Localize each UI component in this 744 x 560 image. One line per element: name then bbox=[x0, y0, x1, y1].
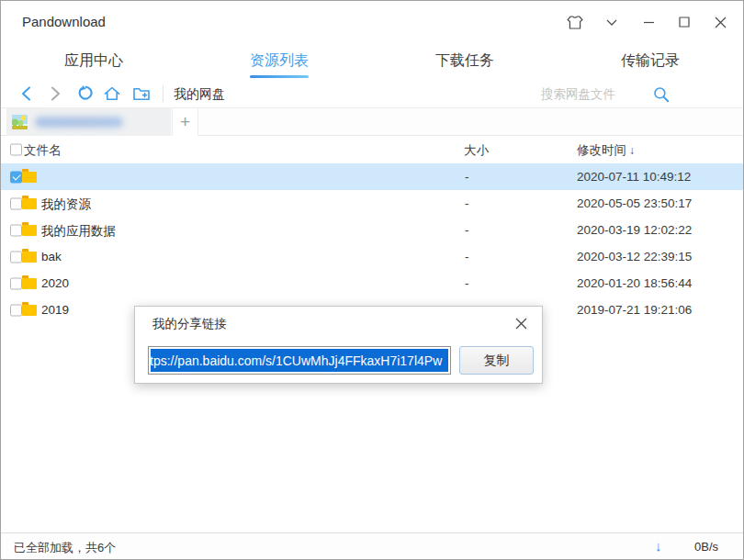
search-button[interactable] bbox=[649, 83, 673, 106]
table-row[interactable]: 我的应用数据 - 2020-03-19 12:02:22 bbox=[1, 217, 743, 243]
row-checkbox[interactable] bbox=[10, 251, 22, 263]
download-speed-icon: ↓ bbox=[655, 538, 662, 554]
redacted-file-name bbox=[35, 117, 123, 128]
file-thumbnail-icon bbox=[12, 115, 28, 129]
file-size: - bbox=[465, 223, 469, 237]
dialog-title: 我的分享链接 bbox=[152, 316, 227, 332]
row-checkbox[interactable] bbox=[10, 171, 22, 183]
minimize-button[interactable] bbox=[635, 9, 662, 35]
back-button[interactable] bbox=[14, 82, 38, 106]
forward-icon bbox=[51, 86, 61, 101]
header-file-name[interactable]: 文件名 bbox=[24, 142, 62, 159]
toolbar-divider bbox=[163, 85, 163, 102]
titlebar: Pandownload bbox=[1, 1, 743, 42]
file-name[interactable]: 2019 bbox=[41, 303, 69, 317]
search-input[interactable] bbox=[541, 83, 648, 105]
table-header: 文件名 大小 修改时间↓ bbox=[1, 136, 743, 163]
minimize-icon bbox=[643, 21, 655, 24]
file-name[interactable]: 2020 bbox=[41, 276, 69, 290]
refresh-button[interactable] bbox=[73, 82, 96, 106]
table-row[interactable]: - 2020-07-11 10:49:12 bbox=[1, 163, 743, 190]
select-all-checkbox[interactable] bbox=[10, 144, 22, 156]
main-tabs: 应用中心 资源列表 下载任务 传输记录 bbox=[1, 42, 743, 79]
home-button[interactable] bbox=[100, 82, 124, 106]
file-modified: 2020-03-19 12:02:22 bbox=[577, 223, 692, 237]
download-speed: 0B/s bbox=[694, 540, 718, 554]
table-row[interactable]: bak - 2020-03-12 22:39:15 bbox=[1, 243, 743, 270]
row-checkbox[interactable] bbox=[10, 304, 22, 316]
folder-icon bbox=[22, 305, 37, 316]
tab-download-tasks[interactable]: 下载任务 bbox=[372, 42, 558, 79]
share-link-input[interactable] bbox=[148, 346, 451, 375]
folder-icon bbox=[22, 278, 37, 289]
chevron-down-icon bbox=[606, 19, 617, 26]
file-size: - bbox=[465, 170, 469, 184]
folder-icon bbox=[22, 172, 37, 183]
forward-button[interactable] bbox=[43, 82, 67, 106]
share-link-dialog: 我的分享链接 复制 bbox=[134, 306, 543, 384]
window-menu-button[interactable] bbox=[598, 9, 626, 35]
add-tab-button[interactable]: + bbox=[172, 108, 198, 136]
file-tab-strip: + bbox=[1, 108, 743, 136]
folder-icon bbox=[22, 198, 37, 209]
file-size: - bbox=[465, 196, 469, 210]
file-modified: 2020-01-20 18:56:44 bbox=[577, 276, 692, 290]
app-window: Pandownload 应用中心 资源列表 下载任务 传输记录 bbox=[0, 0, 744, 560]
close-icon bbox=[715, 17, 727, 28]
file-modified: 2019-07-21 19:21:06 bbox=[577, 303, 692, 317]
row-checkbox[interactable] bbox=[10, 277, 22, 289]
close-button[interactable] bbox=[706, 9, 734, 35]
new-folder-icon bbox=[133, 87, 150, 101]
breadcrumb: 我的网盘 bbox=[174, 86, 225, 103]
status-message: 已全部加载，共6个 bbox=[14, 540, 116, 556]
row-checkbox[interactable] bbox=[10, 197, 22, 209]
file-modified: 2020-03-12 22:39:15 bbox=[577, 250, 692, 263]
tshirt-icon bbox=[567, 16, 583, 29]
file-name[interactable]: bak bbox=[41, 250, 62, 263]
back-icon bbox=[21, 86, 31, 101]
row-checkbox[interactable] bbox=[10, 224, 22, 236]
maximize-icon bbox=[679, 17, 690, 28]
tab-app-center[interactable]: 应用中心 bbox=[1, 42, 186, 79]
refresh-icon bbox=[76, 85, 93, 102]
table-row[interactable]: 我的资源 - 2020-05-05 23:50:17 bbox=[1, 190, 743, 217]
file-name[interactable]: 我的资源 bbox=[41, 196, 91, 213]
header-modified[interactable]: 修改时间↓ bbox=[577, 142, 635, 159]
active-file-tab[interactable] bbox=[6, 108, 171, 136]
toolbar: 我的网盘 bbox=[1, 79, 743, 108]
tab-transfer-history[interactable]: 传输记录 bbox=[558, 42, 743, 79]
close-icon bbox=[515, 318, 527, 330]
app-title: Pandownload bbox=[22, 14, 106, 29]
file-size: - bbox=[465, 276, 469, 290]
file-list: - 2020-07-11 10:49:12 我的资源 - 2020-05-05 … bbox=[1, 163, 743, 323]
home-icon bbox=[104, 86, 120, 101]
copy-button[interactable]: 复制 bbox=[459, 346, 534, 375]
search-icon bbox=[653, 86, 670, 103]
file-size: - bbox=[465, 250, 469, 263]
header-size[interactable]: 大小 bbox=[464, 142, 489, 159]
statusbar: 已全部加载，共6个 ↓ 0B/s bbox=[1, 532, 743, 559]
skin-button[interactable] bbox=[561, 9, 589, 35]
maximize-button[interactable] bbox=[671, 9, 698, 35]
table-row[interactable]: 2020 - 2020-01-20 18:56:44 bbox=[1, 270, 743, 297]
new-folder-button[interactable] bbox=[130, 82, 153, 106]
file-modified: 2020-05-05 23:50:17 bbox=[577, 196, 692, 210]
folder-icon bbox=[22, 225, 37, 236]
tab-resource-list[interactable]: 资源列表 bbox=[186, 42, 372, 79]
sort-desc-icon: ↓ bbox=[629, 144, 635, 157]
header-modified-label: 修改时间 bbox=[577, 143, 626, 157]
file-modified: 2020-07-11 10:49:12 bbox=[577, 170, 691, 184]
file-name[interactable]: 我的应用数据 bbox=[41, 223, 116, 240]
dialog-close-button[interactable] bbox=[512, 314, 530, 332]
folder-icon bbox=[22, 252, 37, 263]
